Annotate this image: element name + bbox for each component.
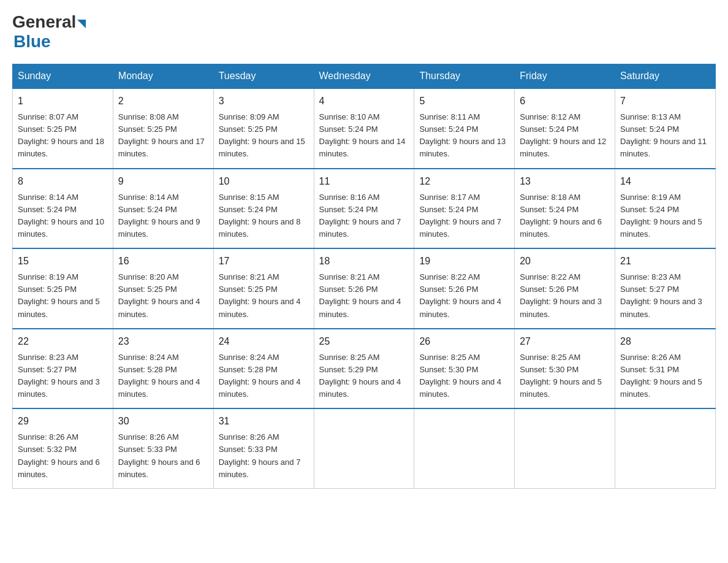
day-number: 26 (419, 334, 509, 349)
weekday-header-friday: Friday (515, 64, 615, 89)
day-info: Sunrise: 8:26 AMSunset: 5:32 PMDaylight:… (18, 431, 108, 481)
day-number: 9 (118, 174, 208, 189)
calendar-day-cell: 24Sunrise: 8:24 AMSunset: 5:28 PMDayligh… (213, 329, 314, 409)
day-number: 22 (18, 334, 108, 349)
day-info: Sunrise: 8:26 AMSunset: 5:31 PMDaylight:… (620, 351, 710, 401)
day-number: 16 (118, 254, 208, 269)
calendar-day-cell: 18Sunrise: 8:21 AMSunset: 5:26 PMDayligh… (314, 248, 414, 329)
calendar-week-row: 8Sunrise: 8:14 AMSunset: 5:24 PMDaylight… (13, 169, 716, 249)
weekday-header-thursday: Thursday (414, 64, 515, 89)
day-info: Sunrise: 8:22 AMSunset: 5:26 PMDaylight:… (520, 271, 610, 321)
calendar-day-cell: 14Sunrise: 8:19 AMSunset: 5:24 PMDayligh… (615, 169, 716, 249)
day-info: Sunrise: 8:25 AMSunset: 5:30 PMDaylight:… (520, 351, 610, 401)
calendar-day-cell (314, 408, 414, 488)
day-info: Sunrise: 8:13 AMSunset: 5:24 PMDaylight:… (620, 111, 710, 161)
day-info: Sunrise: 8:14 AMSunset: 5:24 PMDaylight:… (18, 191, 108, 241)
day-number: 18 (319, 254, 409, 269)
day-number: 27 (520, 334, 610, 349)
calendar-day-cell: 10Sunrise: 8:15 AMSunset: 5:24 PMDayligh… (213, 169, 314, 249)
day-info: Sunrise: 8:12 AMSunset: 5:24 PMDaylight:… (520, 111, 610, 161)
day-info: Sunrise: 8:16 AMSunset: 5:24 PMDaylight:… (319, 191, 409, 241)
weekday-header-row: SundayMondayTuesdayWednesdayThursdayFrid… (13, 64, 716, 89)
calendar-day-cell: 15Sunrise: 8:19 AMSunset: 5:25 PMDayligh… (13, 248, 113, 329)
calendar-day-cell: 22Sunrise: 8:23 AMSunset: 5:27 PMDayligh… (13, 329, 113, 409)
day-number: 13 (520, 174, 610, 189)
day-number: 24 (219, 334, 309, 349)
day-info: Sunrise: 8:08 AMSunset: 5:25 PMDaylight:… (118, 111, 208, 161)
day-number: 4 (319, 94, 409, 109)
calendar-day-cell (615, 408, 716, 488)
day-info: Sunrise: 8:24 AMSunset: 5:28 PMDaylight:… (118, 351, 208, 401)
calendar-week-row: 1Sunrise: 8:07 AMSunset: 5:25 PMDaylight… (13, 88, 716, 169)
logo-general-text: General (12, 12, 76, 32)
day-number: 20 (520, 254, 610, 269)
day-number: 5 (419, 94, 509, 109)
weekday-header-sunday: Sunday (13, 64, 113, 89)
calendar-day-cell: 30Sunrise: 8:26 AMSunset: 5:33 PMDayligh… (113, 408, 213, 488)
day-info: Sunrise: 8:15 AMSunset: 5:24 PMDaylight:… (219, 191, 309, 241)
calendar-day-cell: 1Sunrise: 8:07 AMSunset: 5:25 PMDaylight… (13, 88, 113, 169)
day-number: 21 (620, 254, 710, 269)
calendar-day-cell: 9Sunrise: 8:14 AMSunset: 5:24 PMDaylight… (113, 169, 213, 249)
calendar-day-cell (414, 408, 515, 488)
day-info: Sunrise: 8:17 AMSunset: 5:24 PMDaylight:… (419, 191, 509, 241)
day-number: 19 (419, 254, 509, 269)
day-info: Sunrise: 8:23 AMSunset: 5:27 PMDaylight:… (620, 271, 710, 321)
weekday-header-monday: Monday (113, 64, 213, 89)
logo-arrow-icon (77, 20, 86, 28)
calendar-day-cell: 16Sunrise: 8:20 AMSunset: 5:25 PMDayligh… (113, 248, 213, 329)
day-info: Sunrise: 8:07 AMSunset: 5:25 PMDaylight:… (18, 111, 108, 161)
calendar-week-row: 15Sunrise: 8:19 AMSunset: 5:25 PMDayligh… (13, 248, 716, 329)
calendar-table: SundayMondayTuesdayWednesdayThursdayFrid… (12, 64, 716, 489)
calendar-day-cell: 29Sunrise: 8:26 AMSunset: 5:32 PMDayligh… (13, 408, 113, 488)
day-info: Sunrise: 8:26 AMSunset: 5:33 PMDaylight:… (219, 431, 309, 481)
day-number: 31 (219, 414, 309, 429)
calendar-day-cell: 4Sunrise: 8:10 AMSunset: 5:24 PMDaylight… (314, 88, 414, 169)
calendar-day-cell: 5Sunrise: 8:11 AMSunset: 5:24 PMDaylight… (414, 88, 515, 169)
calendar-day-cell: 27Sunrise: 8:25 AMSunset: 5:30 PMDayligh… (515, 329, 615, 409)
calendar-day-cell: 17Sunrise: 8:21 AMSunset: 5:25 PMDayligh… (213, 248, 314, 329)
weekday-header-saturday: Saturday (615, 64, 716, 89)
calendar-week-row: 29Sunrise: 8:26 AMSunset: 5:32 PMDayligh… (13, 408, 716, 488)
weekday-header-tuesday: Tuesday (213, 64, 314, 89)
calendar-day-cell: 28Sunrise: 8:26 AMSunset: 5:31 PMDayligh… (615, 329, 716, 409)
day-number: 15 (18, 254, 108, 269)
calendar-day-cell: 19Sunrise: 8:22 AMSunset: 5:26 PMDayligh… (414, 248, 515, 329)
calendar-day-cell: 25Sunrise: 8:25 AMSunset: 5:29 PMDayligh… (314, 329, 414, 409)
page-header: General Blue (12, 12, 716, 52)
day-info: Sunrise: 8:25 AMSunset: 5:29 PMDaylight:… (319, 351, 409, 401)
day-info: Sunrise: 8:11 AMSunset: 5:24 PMDaylight:… (419, 111, 509, 161)
day-number: 23 (118, 334, 208, 349)
day-number: 7 (620, 94, 710, 109)
calendar-day-cell: 8Sunrise: 8:14 AMSunset: 5:24 PMDaylight… (13, 169, 113, 249)
day-info: Sunrise: 8:22 AMSunset: 5:26 PMDaylight:… (419, 271, 509, 321)
day-number: 29 (18, 414, 108, 429)
day-info: Sunrise: 8:23 AMSunset: 5:27 PMDaylight:… (18, 351, 108, 401)
calendar-day-cell: 13Sunrise: 8:18 AMSunset: 5:24 PMDayligh… (515, 169, 615, 249)
calendar-day-cell: 7Sunrise: 8:13 AMSunset: 5:24 PMDaylight… (615, 88, 716, 169)
day-info: Sunrise: 8:26 AMSunset: 5:33 PMDaylight:… (118, 431, 208, 481)
day-info: Sunrise: 8:24 AMSunset: 5:28 PMDaylight:… (219, 351, 309, 401)
weekday-header-wednesday: Wednesday (314, 64, 414, 89)
day-number: 12 (419, 174, 509, 189)
day-info: Sunrise: 8:19 AMSunset: 5:25 PMDaylight:… (18, 271, 108, 321)
calendar-day-cell: 21Sunrise: 8:23 AMSunset: 5:27 PMDayligh… (615, 248, 716, 329)
logo: General Blue (12, 12, 86, 52)
day-number: 6 (520, 94, 610, 109)
day-info: Sunrise: 8:14 AMSunset: 5:24 PMDaylight:… (118, 191, 208, 241)
day-info: Sunrise: 8:21 AMSunset: 5:25 PMDaylight:… (219, 271, 309, 321)
calendar-day-cell: 12Sunrise: 8:17 AMSunset: 5:24 PMDayligh… (414, 169, 515, 249)
day-number: 10 (219, 174, 309, 189)
calendar-day-cell: 11Sunrise: 8:16 AMSunset: 5:24 PMDayligh… (314, 169, 414, 249)
calendar-day-cell: 6Sunrise: 8:12 AMSunset: 5:24 PMDaylight… (515, 88, 615, 169)
day-info: Sunrise: 8:19 AMSunset: 5:24 PMDaylight:… (620, 191, 710, 241)
calendar-day-cell: 20Sunrise: 8:22 AMSunset: 5:26 PMDayligh… (515, 248, 615, 329)
day-info: Sunrise: 8:18 AMSunset: 5:24 PMDaylight:… (520, 191, 610, 241)
calendar-day-cell: 31Sunrise: 8:26 AMSunset: 5:33 PMDayligh… (213, 408, 314, 488)
day-number: 3 (219, 94, 309, 109)
day-info: Sunrise: 8:21 AMSunset: 5:26 PMDaylight:… (319, 271, 409, 321)
day-number: 11 (319, 174, 409, 189)
calendar-day-cell: 26Sunrise: 8:25 AMSunset: 5:30 PMDayligh… (414, 329, 515, 409)
day-info: Sunrise: 8:25 AMSunset: 5:30 PMDaylight:… (419, 351, 509, 401)
day-number: 8 (18, 174, 108, 189)
